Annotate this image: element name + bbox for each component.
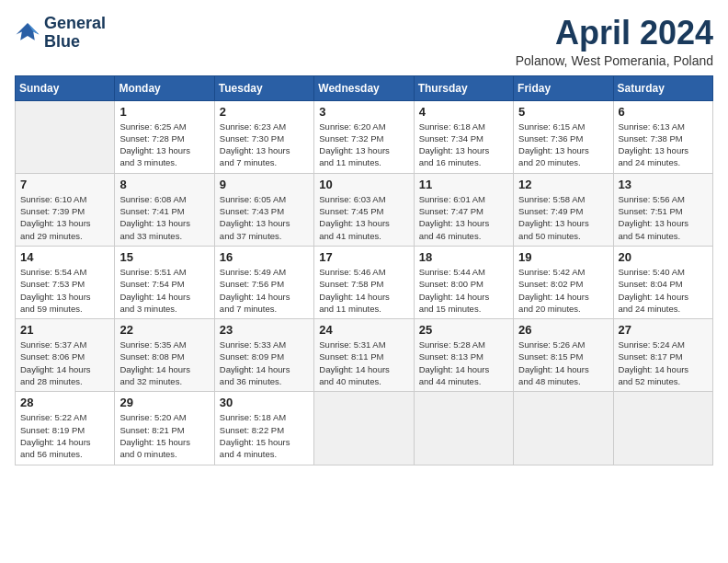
calendar-cell: 30Sunrise: 5:18 AM Sunset: 8:22 PM Dayli… <box>214 392 313 465</box>
day-number: 1 <box>119 105 209 119</box>
calendar-cell: 17Sunrise: 5:46 AM Sunset: 7:58 PM Dayli… <box>314 246 414 318</box>
day-info: Sunrise: 6:05 AM Sunset: 7:43 PM Dayligh… <box>220 193 309 242</box>
day-number: 19 <box>518 250 608 264</box>
calendar-cell: 9Sunrise: 6:05 AM Sunset: 7:43 PM Daylig… <box>214 173 313 246</box>
day-info: Sunrise: 6:15 AM Sunset: 7:36 PM Dayligh… <box>518 121 608 169</box>
day-number: 10 <box>319 178 408 191</box>
calendar-cell: 3Sunrise: 6:20 AM Sunset: 7:32 PM Daylig… <box>314 100 414 173</box>
day-info: Sunrise: 5:18 AM Sunset: 8:22 PM Dayligh… <box>220 411 309 460</box>
day-info: Sunrise: 5:54 AM Sunset: 7:53 PM Dayligh… <box>20 266 109 315</box>
day-number: 27 <box>619 323 708 337</box>
day-number: 11 <box>419 178 508 191</box>
weekday-header-sunday: Sunday <box>16 75 115 100</box>
day-info: Sunrise: 5:51 AM Sunset: 7:54 PM Dayligh… <box>119 266 209 315</box>
calendar-cell: 27Sunrise: 5:24 AM Sunset: 8:17 PM Dayli… <box>613 319 712 392</box>
day-info: Sunrise: 5:24 AM Sunset: 8:17 PM Dayligh… <box>619 339 708 387</box>
day-info: Sunrise: 6:23 AM Sunset: 7:30 PM Dayligh… <box>220 121 309 169</box>
day-number: 26 <box>518 323 608 337</box>
calendar-cell <box>314 392 414 465</box>
calendar-cell: 18Sunrise: 5:44 AM Sunset: 8:00 PM Dayli… <box>414 246 513 318</box>
month-title: April 2024 <box>516 15 713 52</box>
day-info: Sunrise: 5:28 AM Sunset: 8:13 PM Dayligh… <box>419 339 508 387</box>
day-info: Sunrise: 6:03 AM Sunset: 7:45 PM Dayligh… <box>319 193 408 242</box>
calendar-cell: 5Sunrise: 6:15 AM Sunset: 7:36 PM Daylig… <box>514 100 613 173</box>
title-block: April 2024 Polanow, West Pomerania, Pola… <box>516 15 713 68</box>
day-info: Sunrise: 5:56 AM Sunset: 7:51 PM Dayligh… <box>619 193 708 242</box>
weekday-header-monday: Monday <box>115 75 214 100</box>
day-info: Sunrise: 5:20 AM Sunset: 8:21 PM Dayligh… <box>119 411 209 460</box>
calendar-cell: 2Sunrise: 6:23 AM Sunset: 7:30 PM Daylig… <box>214 100 313 173</box>
day-info: Sunrise: 6:25 AM Sunset: 7:28 PM Dayligh… <box>119 121 209 169</box>
day-info: Sunrise: 5:26 AM Sunset: 8:15 PM Dayligh… <box>518 339 608 387</box>
calendar-week-1: 1Sunrise: 6:25 AM Sunset: 7:28 PM Daylig… <box>16 100 713 173</box>
calendar-week-3: 14Sunrise: 5:54 AM Sunset: 7:53 PM Dayli… <box>16 246 713 318</box>
calendar-cell: 7Sunrise: 6:10 AM Sunset: 7:39 PM Daylig… <box>16 173 115 246</box>
calendar-cell: 14Sunrise: 5:54 AM Sunset: 7:53 PM Dayli… <box>16 246 115 318</box>
day-number: 4 <box>419 105 508 119</box>
calendar-cell: 4Sunrise: 6:18 AM Sunset: 7:34 PM Daylig… <box>414 100 513 173</box>
day-info: Sunrise: 6:18 AM Sunset: 7:34 PM Dayligh… <box>419 121 508 169</box>
day-number: 14 <box>20 250 109 264</box>
day-number: 18 <box>419 250 508 264</box>
day-number: 25 <box>419 323 508 337</box>
day-info: Sunrise: 5:58 AM Sunset: 7:49 PM Dayligh… <box>518 193 608 242</box>
day-number: 21 <box>20 323 109 337</box>
calendar-cell: 26Sunrise: 5:26 AM Sunset: 8:15 PM Dayli… <box>514 319 613 392</box>
calendar-cell: 1Sunrise: 6:25 AM Sunset: 7:28 PM Daylig… <box>115 100 214 173</box>
day-number: 3 <box>319 105 408 119</box>
weekday-header-thursday: Thursday <box>414 75 513 100</box>
calendar-cell: 22Sunrise: 5:35 AM Sunset: 8:08 PM Dayli… <box>115 319 214 392</box>
calendar-cell <box>613 392 712 465</box>
calendar-cell: 13Sunrise: 5:56 AM Sunset: 7:51 PM Dayli… <box>613 173 712 246</box>
day-info: Sunrise: 5:40 AM Sunset: 8:04 PM Dayligh… <box>619 266 708 315</box>
calendar-cell: 15Sunrise: 5:51 AM Sunset: 7:54 PM Dayli… <box>115 246 214 318</box>
day-number: 22 <box>119 323 209 337</box>
weekday-header-tuesday: Tuesday <box>214 75 313 100</box>
day-info: Sunrise: 6:10 AM Sunset: 7:39 PM Dayligh… <box>20 193 109 242</box>
calendar-cell: 19Sunrise: 5:42 AM Sunset: 8:02 PM Dayli… <box>514 246 613 318</box>
calendar-body: 1Sunrise: 6:25 AM Sunset: 7:28 PM Daylig… <box>16 100 713 465</box>
day-number: 13 <box>619 178 708 191</box>
day-number: 12 <box>518 178 608 191</box>
day-number: 9 <box>220 178 309 191</box>
calendar-header-row: SundayMondayTuesdayWednesdayThursdayFrid… <box>16 75 713 100</box>
calendar-cell: 11Sunrise: 6:01 AM Sunset: 7:47 PM Dayli… <box>414 173 513 246</box>
calendar-cell: 23Sunrise: 5:33 AM Sunset: 8:09 PM Dayli… <box>214 319 313 392</box>
weekday-header-wednesday: Wednesday <box>314 75 414 100</box>
day-info: Sunrise: 6:01 AM Sunset: 7:47 PM Dayligh… <box>419 193 508 242</box>
day-number: 7 <box>20 178 109 191</box>
calendar-week-4: 21Sunrise: 5:37 AM Sunset: 8:06 PM Dayli… <box>16 319 713 392</box>
day-info: Sunrise: 5:31 AM Sunset: 8:11 PM Dayligh… <box>319 339 408 387</box>
calendar-cell <box>514 392 613 465</box>
weekday-header-saturday: Saturday <box>613 75 712 100</box>
day-info: Sunrise: 5:37 AM Sunset: 8:06 PM Dayligh… <box>20 339 109 387</box>
day-info: Sunrise: 6:13 AM Sunset: 7:38 PM Dayligh… <box>619 121 708 169</box>
day-number: 5 <box>518 105 608 119</box>
calendar-cell: 21Sunrise: 5:37 AM Sunset: 8:06 PM Dayli… <box>16 319 115 392</box>
day-info: Sunrise: 6:08 AM Sunset: 7:41 PM Dayligh… <box>119 193 209 242</box>
day-info: Sunrise: 5:35 AM Sunset: 8:08 PM Dayligh… <box>119 339 209 387</box>
calendar-week-5: 28Sunrise: 5:22 AM Sunset: 8:19 PM Dayli… <box>16 392 713 465</box>
day-number: 28 <box>20 396 109 409</box>
day-number: 30 <box>220 396 309 409</box>
logo: General Blue <box>15 15 106 52</box>
calendar-cell: 25Sunrise: 5:28 AM Sunset: 8:13 PM Dayli… <box>414 319 513 392</box>
logo-text: General Blue <box>44 15 106 52</box>
day-number: 23 <box>220 323 309 337</box>
location: Polanow, West Pomerania, Poland <box>516 53 713 68</box>
calendar-cell: 20Sunrise: 5:40 AM Sunset: 8:04 PM Dayli… <box>613 246 712 318</box>
day-info: Sunrise: 5:42 AM Sunset: 8:02 PM Dayligh… <box>518 266 608 315</box>
calendar-cell: 24Sunrise: 5:31 AM Sunset: 8:11 PM Dayli… <box>314 319 414 392</box>
calendar-cell <box>16 100 115 173</box>
day-info: Sunrise: 5:49 AM Sunset: 7:56 PM Dayligh… <box>220 266 309 315</box>
day-number: 17 <box>319 250 408 264</box>
day-info: Sunrise: 5:44 AM Sunset: 8:00 PM Dayligh… <box>419 266 508 315</box>
day-number: 8 <box>119 178 209 191</box>
page-header: General Blue April 2024 Polanow, West Po… <box>15 15 713 68</box>
calendar-cell: 28Sunrise: 5:22 AM Sunset: 8:19 PM Dayli… <box>16 392 115 465</box>
day-number: 29 <box>119 396 209 409</box>
day-info: Sunrise: 5:33 AM Sunset: 8:09 PM Dayligh… <box>220 339 309 387</box>
day-number: 6 <box>619 105 708 119</box>
day-number: 24 <box>319 323 408 337</box>
calendar-cell: 16Sunrise: 5:49 AM Sunset: 7:56 PM Dayli… <box>214 246 313 318</box>
